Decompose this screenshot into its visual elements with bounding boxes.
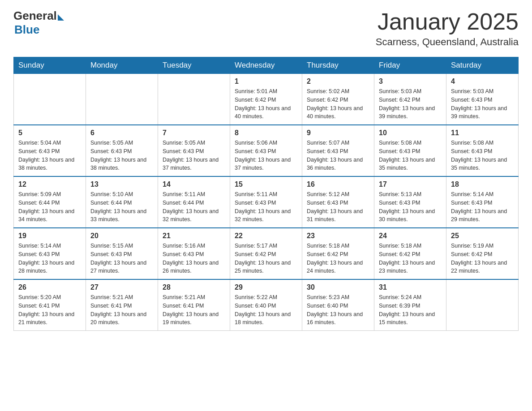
calendar-cell: 5Sunrise: 5:04 AMSunset: 6:43 PMDaylight… <box>14 125 86 176</box>
day-number: 15 <box>235 180 297 188</box>
week-row-3: 12Sunrise: 5:09 AMSunset: 6:44 PMDayligh… <box>14 176 519 228</box>
calendar-cell <box>446 279 519 331</box>
day-number: 3 <box>379 77 442 86</box>
day-number: 22 <box>235 232 297 240</box>
calendar-cell <box>158 74 230 125</box>
day-number: 6 <box>90 129 153 137</box>
day-number: 20 <box>90 232 153 240</box>
day-info: Sunrise: 5:24 AMSunset: 6:39 PMDaylight:… <box>379 293 442 327</box>
calendar-cell: 27Sunrise: 5:21 AMSunset: 6:41 PMDayligh… <box>86 279 158 331</box>
week-row-2: 5Sunrise: 5:04 AMSunset: 6:43 PMDaylight… <box>14 125 519 176</box>
day-number: 4 <box>451 77 514 86</box>
day-info: Sunrise: 5:05 AMSunset: 6:43 PMDaylight:… <box>163 139 225 172</box>
logo: General Blue <box>13 9 64 37</box>
day-info: Sunrise: 5:07 AMSunset: 6:43 PMDaylight:… <box>307 139 369 172</box>
day-number: 2 <box>307 77 369 86</box>
day-number: 16 <box>307 180 369 188</box>
day-info: Sunrise: 5:23 AMSunset: 6:40 PMDaylight:… <box>307 293 369 327</box>
day-number: 28 <box>163 283 225 291</box>
day-info: Sunrise: 5:22 AMSunset: 6:40 PMDaylight:… <box>235 293 297 327</box>
calendar-cell: 4Sunrise: 5:03 AMSunset: 6:43 PMDaylight… <box>446 74 519 125</box>
week-row-4: 19Sunrise: 5:14 AMSunset: 6:43 PMDayligh… <box>14 228 519 279</box>
day-info: Sunrise: 5:08 AMSunset: 6:43 PMDaylight:… <box>379 139 442 172</box>
day-info: Sunrise: 5:03 AMSunset: 6:42 PMDaylight:… <box>379 87 442 121</box>
day-info: Sunrise: 5:14 AMSunset: 6:43 PMDaylight:… <box>18 242 81 275</box>
day-info: Sunrise: 5:11 AMSunset: 6:43 PMDaylight:… <box>235 190 297 224</box>
day-number: 21 <box>163 232 225 240</box>
day-info: Sunrise: 5:09 AMSunset: 6:44 PMDaylight:… <box>18 190 81 224</box>
day-number: 1 <box>235 77 297 86</box>
calendar-cell: 25Sunrise: 5:19 AMSunset: 6:42 PMDayligh… <box>446 228 519 279</box>
calendar-cell: 6Sunrise: 5:05 AMSunset: 6:43 PMDaylight… <box>86 125 158 176</box>
day-info: Sunrise: 5:18 AMSunset: 6:42 PMDaylight:… <box>379 242 442 275</box>
day-info: Sunrise: 5:14 AMSunset: 6:43 PMDaylight:… <box>451 190 514 224</box>
day-number: 11 <box>451 129 514 137</box>
calendar-cell: 24Sunrise: 5:18 AMSunset: 6:42 PMDayligh… <box>374 228 446 279</box>
day-info: Sunrise: 5:15 AMSunset: 6:43 PMDaylight:… <box>90 242 153 275</box>
page-header: General Blue January 2025 Scarness, Quee… <box>13 9 519 48</box>
calendar-cell <box>86 74 158 125</box>
day-number: 25 <box>451 232 514 240</box>
day-info: Sunrise: 5:03 AMSunset: 6:43 PMDaylight:… <box>451 87 514 121</box>
day-info: Sunrise: 5:20 AMSunset: 6:41 PMDaylight:… <box>18 293 81 327</box>
day-number: 10 <box>379 129 442 137</box>
day-number: 7 <box>163 129 225 137</box>
day-info: Sunrise: 5:06 AMSunset: 6:43 PMDaylight:… <box>235 139 297 172</box>
day-info: Sunrise: 5:02 AMSunset: 6:42 PMDaylight:… <box>307 87 369 121</box>
day-info: Sunrise: 5:17 AMSunset: 6:42 PMDaylight:… <box>235 242 297 275</box>
day-number: 24 <box>379 232 442 240</box>
header-row: SundayMondayTuesdayWednesdayThursdayFrid… <box>14 57 519 74</box>
calendar-cell: 31Sunrise: 5:24 AMSunset: 6:39 PMDayligh… <box>374 279 446 331</box>
day-number: 9 <box>307 129 369 137</box>
day-info: Sunrise: 5:18 AMSunset: 6:42 PMDaylight:… <box>307 242 369 275</box>
day-number: 31 <box>379 283 442 291</box>
calendar-cell <box>14 74 86 125</box>
week-row-5: 26Sunrise: 5:20 AMSunset: 6:41 PMDayligh… <box>14 279 519 331</box>
day-number: 26 <box>18 283 81 291</box>
day-number: 13 <box>90 180 153 188</box>
day-number: 18 <box>451 180 514 188</box>
calendar-cell: 8Sunrise: 5:06 AMSunset: 6:43 PMDaylight… <box>230 125 302 176</box>
day-number: 29 <box>235 283 297 291</box>
day-info: Sunrise: 5:08 AMSunset: 6:43 PMDaylight:… <box>451 139 514 172</box>
calendar-cell: 26Sunrise: 5:20 AMSunset: 6:41 PMDayligh… <box>14 279 86 331</box>
day-info: Sunrise: 5:11 AMSunset: 6:44 PMDaylight:… <box>163 190 225 224</box>
day-number: 17 <box>379 180 442 188</box>
calendar-cell: 18Sunrise: 5:14 AMSunset: 6:43 PMDayligh… <box>446 176 519 228</box>
calendar-cell: 12Sunrise: 5:09 AMSunset: 6:44 PMDayligh… <box>14 176 86 228</box>
day-info: Sunrise: 5:04 AMSunset: 6:43 PMDaylight:… <box>18 139 81 172</box>
calendar-cell: 13Sunrise: 5:10 AMSunset: 6:44 PMDayligh… <box>86 176 158 228</box>
calendar-table: SundayMondayTuesdayWednesdayThursdayFrid… <box>13 57 519 331</box>
col-header-saturday: Saturday <box>446 57 519 74</box>
logo-blue-text: Blue <box>14 23 39 37</box>
day-info: Sunrise: 5:21 AMSunset: 6:41 PMDaylight:… <box>90 293 153 327</box>
day-number: 27 <box>90 283 153 291</box>
col-header-sunday: Sunday <box>14 57 86 74</box>
col-header-tuesday: Tuesday <box>158 57 230 74</box>
calendar-cell: 28Sunrise: 5:21 AMSunset: 6:41 PMDayligh… <box>158 279 230 331</box>
calendar-cell: 19Sunrise: 5:14 AMSunset: 6:43 PMDayligh… <box>14 228 86 279</box>
day-number: 19 <box>18 232 81 240</box>
day-number: 23 <box>307 232 369 240</box>
calendar-cell: 1Sunrise: 5:01 AMSunset: 6:42 PMDaylight… <box>230 74 302 125</box>
col-header-wednesday: Wednesday <box>230 57 302 74</box>
calendar-cell: 23Sunrise: 5:18 AMSunset: 6:42 PMDayligh… <box>302 228 374 279</box>
calendar-cell: 22Sunrise: 5:17 AMSunset: 6:42 PMDayligh… <box>230 228 302 279</box>
day-info: Sunrise: 5:01 AMSunset: 6:42 PMDaylight:… <box>235 87 297 121</box>
day-info: Sunrise: 5:19 AMSunset: 6:42 PMDaylight:… <box>451 242 514 275</box>
calendar-cell: 7Sunrise: 5:05 AMSunset: 6:43 PMDaylight… <box>158 125 230 176</box>
calendar-cell: 16Sunrise: 5:12 AMSunset: 6:43 PMDayligh… <box>302 176 374 228</box>
day-info: Sunrise: 5:13 AMSunset: 6:43 PMDaylight:… <box>379 190 442 224</box>
day-number: 8 <box>235 129 297 137</box>
week-row-1: 1Sunrise: 5:01 AMSunset: 6:42 PMDaylight… <box>14 74 519 125</box>
location-title: Scarness, Queensland, Australia <box>376 36 519 48</box>
month-title: January 2025 <box>376 9 519 34</box>
day-info: Sunrise: 5:12 AMSunset: 6:43 PMDaylight:… <box>307 190 369 224</box>
col-header-thursday: Thursday <box>302 57 374 74</box>
calendar-cell: 11Sunrise: 5:08 AMSunset: 6:43 PMDayligh… <box>446 125 519 176</box>
day-number: 5 <box>18 129 81 137</box>
day-number: 30 <box>307 283 369 291</box>
calendar-cell: 29Sunrise: 5:22 AMSunset: 6:40 PMDayligh… <box>230 279 302 331</box>
calendar-cell: 3Sunrise: 5:03 AMSunset: 6:42 PMDaylight… <box>374 74 446 125</box>
day-info: Sunrise: 5:21 AMSunset: 6:41 PMDaylight:… <box>163 293 225 327</box>
